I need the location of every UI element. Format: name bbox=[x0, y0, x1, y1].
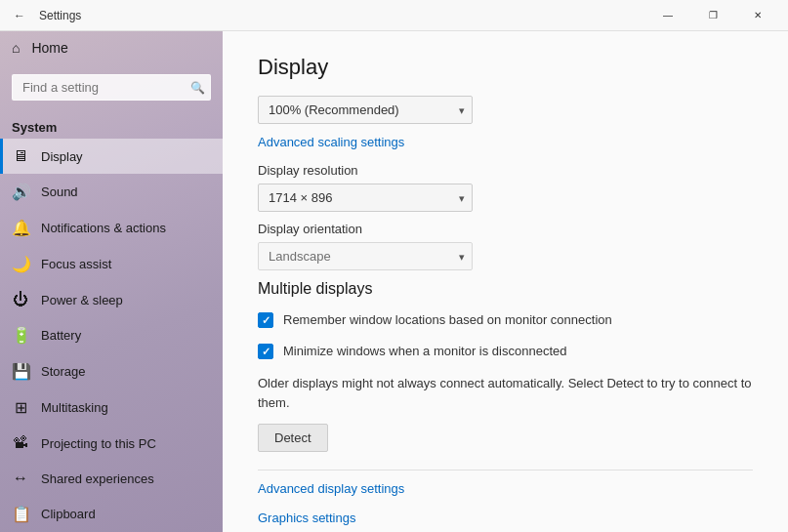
sidebar-item-storage[interactable]: 💾 Storage bbox=[0, 353, 223, 389]
checkbox-row-minimize: Minimize windows when a monitor is disco… bbox=[258, 343, 753, 360]
orientation-dropdown-wrapper: Landscape Portrait ▾ bbox=[258, 242, 473, 270]
sidebar-item-multitasking[interactable]: ⊞ Multitasking bbox=[0, 389, 223, 426]
battery-icon: 🔋 bbox=[12, 326, 29, 345]
sidebar: ⌂ Home 🔍 System 🖥 Display 🔊 Sound 🔔 Noti… bbox=[0, 31, 223, 532]
sidebar-label-projecting: Projecting to this PC bbox=[41, 436, 156, 451]
advanced-scaling-link[interactable]: Advanced scaling settings bbox=[258, 135, 404, 149]
scale-dropdown-wrapper: 100% (Recommended) 125% 150% 175% ▾ bbox=[258, 96, 473, 124]
orientation-dropdown[interactable]: Landscape Portrait bbox=[258, 242, 473, 270]
main-container: ⌂ Home 🔍 System 🖥 Display 🔊 Sound 🔔 Noti… bbox=[0, 31, 788, 532]
detect-button[interactable]: Detect bbox=[258, 424, 328, 452]
sidebar-label-multitasking: Multitasking bbox=[41, 400, 108, 415]
checkbox-remember[interactable] bbox=[258, 312, 273, 328]
sidebar-home-label: Home bbox=[31, 40, 67, 56]
focus-icon: 🌙 bbox=[12, 255, 29, 273]
scale-dropdown[interactable]: 100% (Recommended) 125% 150% 175% bbox=[258, 96, 473, 124]
notifications-icon: 🔔 bbox=[12, 219, 29, 237]
back-button[interactable]: ← bbox=[8, 4, 31, 27]
checkbox-remember-label: Remember window locations based on monit… bbox=[283, 311, 612, 329]
clipboard-icon: 📋 bbox=[12, 505, 29, 523]
page-title: Display bbox=[258, 55, 753, 80]
sidebar-item-clipboard[interactable]: 📋 Clipboard bbox=[0, 496, 223, 532]
search-box: 🔍 bbox=[12, 74, 211, 101]
window-controls: — ❐ ✕ bbox=[645, 0, 780, 31]
resolution-label: Display resolution bbox=[258, 163, 753, 178]
resolution-dropdown-wrapper: 1714 × 896 1920 × 1080 1280 × 720 ▾ bbox=[258, 184, 473, 212]
multitasking-icon: ⊞ bbox=[12, 398, 29, 417]
sidebar-label-clipboard: Clipboard bbox=[41, 507, 96, 521]
sidebar-label-shared: Shared experiences bbox=[41, 471, 154, 486]
sidebar-label-power: Power & sleep bbox=[41, 293, 123, 307]
restore-button[interactable]: ❐ bbox=[690, 0, 735, 31]
multiple-displays-title: Multiple displays bbox=[258, 280, 753, 298]
checkbox-minimize-label: Minimize windows when a monitor is disco… bbox=[283, 343, 566, 360]
sidebar-item-battery[interactable]: 🔋 Battery bbox=[0, 317, 223, 353]
power-icon: ⏻ bbox=[12, 291, 29, 308]
sidebar-item-notifications[interactable]: 🔔 Notifications & actions bbox=[0, 210, 223, 246]
app-title: Settings bbox=[39, 9, 81, 22]
content-area: Display 100% (Recommended) 125% 150% 175… bbox=[223, 31, 788, 532]
storage-icon: 💾 bbox=[12, 362, 29, 381]
shared-icon: ↔ bbox=[12, 470, 29, 487]
orientation-label: Display orientation bbox=[258, 222, 753, 236]
sidebar-item-display[interactable]: 🖥 Display bbox=[0, 139, 223, 174]
sidebar-label-notifications: Notifications & actions bbox=[41, 221, 166, 235]
sidebar-item-home[interactable]: ⌂ Home bbox=[0, 31, 223, 64]
sidebar-label-display: Display bbox=[41, 149, 83, 164]
resolution-dropdown[interactable]: 1714 × 896 1920 × 1080 1280 × 720 bbox=[258, 184, 473, 212]
sidebar-label-focus: Focus assist bbox=[41, 257, 111, 271]
sound-icon: 🔊 bbox=[12, 183, 29, 201]
advanced-display-link[interactable]: Advanced display settings bbox=[258, 481, 404, 496]
home-icon: ⌂ bbox=[12, 40, 20, 56]
minimize-button[interactable]: — bbox=[645, 0, 690, 31]
sidebar-label-storage: Storage bbox=[41, 364, 86, 379]
close-button[interactable]: ✕ bbox=[735, 0, 780, 31]
sidebar-item-power[interactable]: ⏻ Power & sleep bbox=[0, 282, 223, 317]
sidebar-item-focus[interactable]: 🌙 Focus assist bbox=[0, 246, 223, 282]
sidebar-item-sound[interactable]: 🔊 Sound bbox=[0, 174, 223, 210]
title-bar: ← Settings — ❐ ✕ bbox=[0, 0, 788, 31]
sidebar-item-shared[interactable]: ↔ Shared experiences bbox=[0, 461, 223, 496]
display-icon: 🖥 bbox=[12, 147, 29, 165]
sidebar-section-label: System bbox=[0, 110, 223, 139]
sidebar-label-battery: Battery bbox=[41, 328, 81, 343]
search-input[interactable] bbox=[12, 74, 211, 101]
sidebar-label-sound: Sound bbox=[41, 184, 78, 199]
sidebar-item-projecting[interactable]: 📽 Projecting to this PC bbox=[0, 426, 223, 461]
projecting-icon: 📽 bbox=[12, 434, 29, 452]
checkbox-minimize[interactable] bbox=[258, 344, 273, 359]
search-icon: 🔍 bbox=[190, 81, 205, 95]
detect-note: Older displays might not always connect … bbox=[258, 374, 753, 412]
graphics-settings-link[interactable]: Graphics settings bbox=[258, 511, 355, 525]
checkbox-row-remember: Remember window locations based on monit… bbox=[258, 311, 753, 329]
divider bbox=[258, 470, 753, 471]
